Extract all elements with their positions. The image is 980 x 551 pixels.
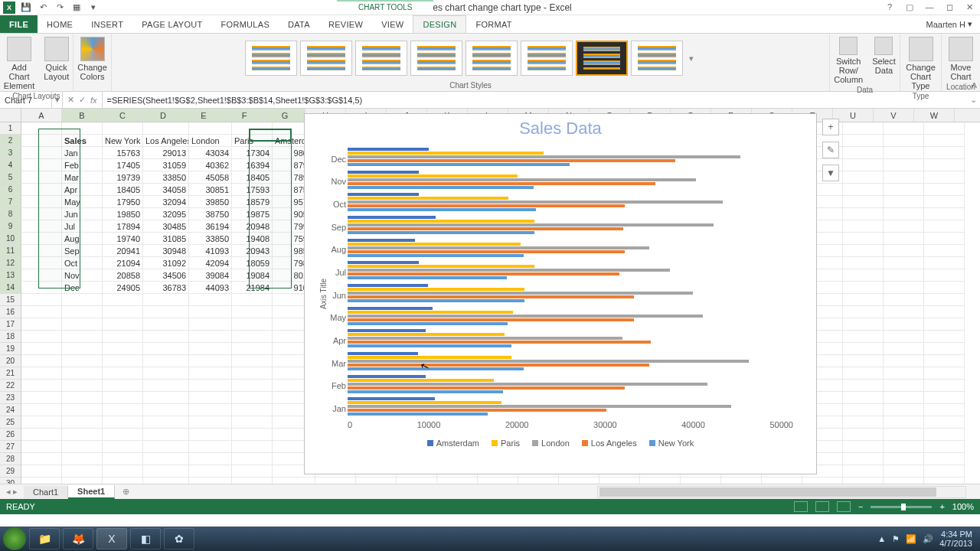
cell[interactable]: 29013 bbox=[143, 147, 189, 159]
cell[interactable] bbox=[143, 465, 189, 478]
cell[interactable]: 19739 bbox=[103, 171, 143, 184]
add-chart-element-button[interactable]: Add Chart Element bbox=[1, 35, 38, 92]
bar-group[interactable] bbox=[348, 397, 793, 417]
cell[interactable] bbox=[62, 478, 103, 484]
cell[interactable] bbox=[232, 478, 273, 484]
cell[interactable]: 20948 bbox=[232, 220, 273, 233]
cell[interactable] bbox=[884, 355, 924, 367]
cell[interactable]: 19084 bbox=[232, 269, 273, 282]
bar[interactable] bbox=[348, 329, 426, 332]
row-header[interactable]: 17 bbox=[0, 318, 21, 331]
bar[interactable] bbox=[348, 386, 625, 390]
tab-design[interactable]: DESIGN bbox=[413, 15, 466, 33]
cell[interactable] bbox=[232, 404, 273, 416]
row-header[interactable]: 20 bbox=[0, 355, 21, 367]
cell[interactable] bbox=[884, 208, 924, 220]
chart-title[interactable]: Sales Data bbox=[305, 114, 816, 140]
bar[interactable] bbox=[348, 208, 536, 211]
cell[interactable] bbox=[103, 429, 143, 441]
cell[interactable] bbox=[189, 331, 232, 343]
cell[interactable] bbox=[21, 453, 62, 465]
cell[interactable]: 40362 bbox=[189, 159, 232, 171]
cell[interactable] bbox=[843, 196, 884, 208]
cell[interactable]: London bbox=[189, 135, 232, 147]
cell[interactable] bbox=[884, 331, 924, 343]
cell[interactable] bbox=[924, 196, 965, 208]
cell[interactable] bbox=[843, 416, 884, 429]
cell[interactable] bbox=[62, 453, 103, 465]
bar[interactable] bbox=[348, 231, 534, 234]
cell[interactable] bbox=[189, 380, 232, 392]
cell[interactable] bbox=[232, 318, 273, 331]
cell[interactable] bbox=[232, 453, 273, 465]
bar[interactable] bbox=[348, 193, 419, 196]
bar[interactable] bbox=[348, 337, 622, 340]
bar[interactable] bbox=[348, 352, 418, 355]
cell[interactable]: Nov bbox=[62, 269, 103, 282]
row-header[interactable]: 28 bbox=[0, 453, 21, 465]
row-header[interactable]: 14 bbox=[0, 282, 21, 294]
cell[interactable] bbox=[143, 441, 189, 453]
cell[interactable] bbox=[189, 306, 232, 318]
cell[interactable] bbox=[884, 147, 924, 159]
cell[interactable] bbox=[143, 404, 189, 416]
cell[interactable] bbox=[884, 122, 924, 135]
row-header[interactable]: 27 bbox=[0, 441, 21, 453]
cell[interactable] bbox=[143, 478, 189, 484]
bar[interactable] bbox=[348, 174, 518, 178]
zoom-level[interactable]: 100% bbox=[952, 502, 974, 511]
cell[interactable] bbox=[21, 429, 62, 441]
cell[interactable]: 20941 bbox=[103, 245, 143, 257]
row-header[interactable]: 21 bbox=[0, 367, 21, 380]
bar[interactable] bbox=[348, 292, 693, 295]
cell[interactable] bbox=[843, 294, 884, 306]
cell[interactable] bbox=[884, 245, 924, 257]
cell[interactable] bbox=[21, 306, 62, 318]
cell[interactable] bbox=[21, 184, 62, 196]
legend-item[interactable]: Amsterdam bbox=[427, 439, 479, 448]
cell[interactable] bbox=[924, 171, 965, 184]
cell[interactable] bbox=[189, 478, 232, 484]
cell[interactable] bbox=[843, 318, 884, 331]
cell[interactable] bbox=[103, 380, 143, 392]
cell[interactable]: 19740 bbox=[103, 233, 143, 245]
cell[interactable]: 24905 bbox=[103, 282, 143, 294]
cell[interactable]: 44093 bbox=[189, 282, 232, 294]
cell[interactable] bbox=[843, 122, 884, 135]
cell[interactable] bbox=[21, 355, 62, 367]
cell[interactable] bbox=[437, 478, 478, 484]
firefox-icon[interactable]: 🦊 bbox=[63, 528, 93, 549]
cell[interactable] bbox=[143, 429, 189, 441]
row-header[interactable]: 18 bbox=[0, 331, 21, 343]
cell[interactable] bbox=[62, 380, 103, 392]
switch-row-column-button[interactable]: Switch Row/ Column bbox=[831, 35, 866, 86]
cell[interactable] bbox=[478, 478, 518, 484]
cell[interactable] bbox=[273, 478, 315, 484]
bar[interactable] bbox=[348, 364, 649, 367]
cell[interactable] bbox=[232, 331, 273, 343]
cell[interactable] bbox=[843, 392, 884, 404]
cell[interactable] bbox=[843, 441, 884, 453]
cell[interactable] bbox=[559, 478, 599, 484]
cell[interactable] bbox=[62, 331, 103, 343]
bar[interactable] bbox=[348, 269, 670, 272]
normal-view-icon[interactable] bbox=[794, 501, 808, 512]
bar-group[interactable] bbox=[348, 148, 793, 168]
cell[interactable] bbox=[924, 343, 965, 355]
bar[interactable] bbox=[348, 276, 507, 279]
cell[interactable] bbox=[924, 135, 965, 147]
cell[interactable]: 18405 bbox=[232, 171, 273, 184]
cell[interactable] bbox=[924, 416, 965, 429]
tray-icon[interactable]: ▲ bbox=[877, 534, 886, 543]
cell[interactable] bbox=[21, 392, 62, 404]
cell[interactable] bbox=[143, 318, 189, 331]
cell[interactable] bbox=[232, 122, 273, 135]
cell[interactable]: Oct bbox=[62, 257, 103, 269]
cell[interactable]: Feb bbox=[62, 159, 103, 171]
row-headers[interactable]: 1234567891011121314151617181920212223242… bbox=[0, 122, 21, 484]
bar[interactable] bbox=[348, 341, 651, 344]
cell[interactable] bbox=[103, 306, 143, 318]
cell[interactable] bbox=[924, 184, 965, 196]
cell[interactable] bbox=[843, 380, 884, 392]
tab-insert[interactable]: INSERT bbox=[82, 15, 132, 33]
